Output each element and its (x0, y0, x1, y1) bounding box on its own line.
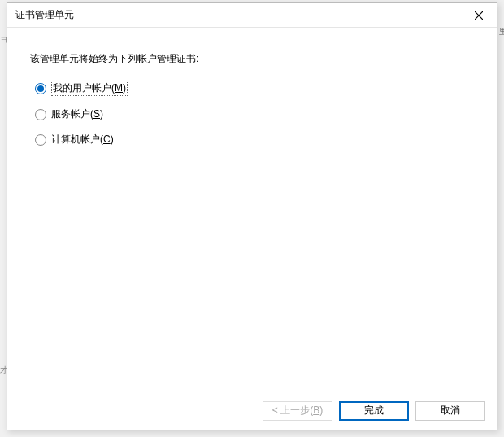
background-fragment: ヨ才 (0, 34, 5, 376)
title-bar: 证书管理单元 (7, 3, 497, 28)
button-bar: < 上一步(B) 完成 取消 (7, 391, 497, 430)
radio-label-service: 服务帐户(S) (51, 107, 103, 121)
radio-input-service[interactable] (35, 109, 46, 120)
radio-label-computer: 计算机帐户(C) (51, 133, 114, 146)
account-radio-group: 我的用户帐户(M) 服务帐户(S) 计算机帐户(C) (30, 81, 474, 146)
radio-computer-account[interactable]: 计算机帐户(C) (35, 133, 474, 146)
dialog-title: 证书管理单元 (15, 8, 74, 22)
background-fragment: 里 (499, 26, 504, 36)
certificate-snapin-dialog: 证书管理单元 该管理单元将始终为下列帐户管理证书: 我的用户帐户(M) 服务帐户… (7, 2, 497, 430)
close-button[interactable] (464, 6, 493, 25)
dialog-content: 该管理单元将始终为下列帐户管理证书: 我的用户帐户(M) 服务帐户(S) 计算机… (7, 28, 497, 391)
finish-button[interactable]: 完成 (339, 401, 409, 421)
instruction-text: 该管理单元将始终为下列帐户管理证书: (30, 52, 474, 66)
radio-service-account[interactable]: 服务帐户(S) (35, 107, 474, 121)
back-button: < 上一步(B) (263, 401, 332, 421)
radio-label-my-user: 我的用户帐户(M) (51, 81, 128, 96)
radio-input-computer[interactable] (35, 134, 46, 146)
radio-my-user-account[interactable]: 我的用户帐户(M) (35, 81, 474, 96)
radio-input-my-user[interactable] (35, 83, 46, 94)
cancel-button[interactable]: 取消 (415, 401, 485, 421)
close-icon (475, 11, 483, 20)
